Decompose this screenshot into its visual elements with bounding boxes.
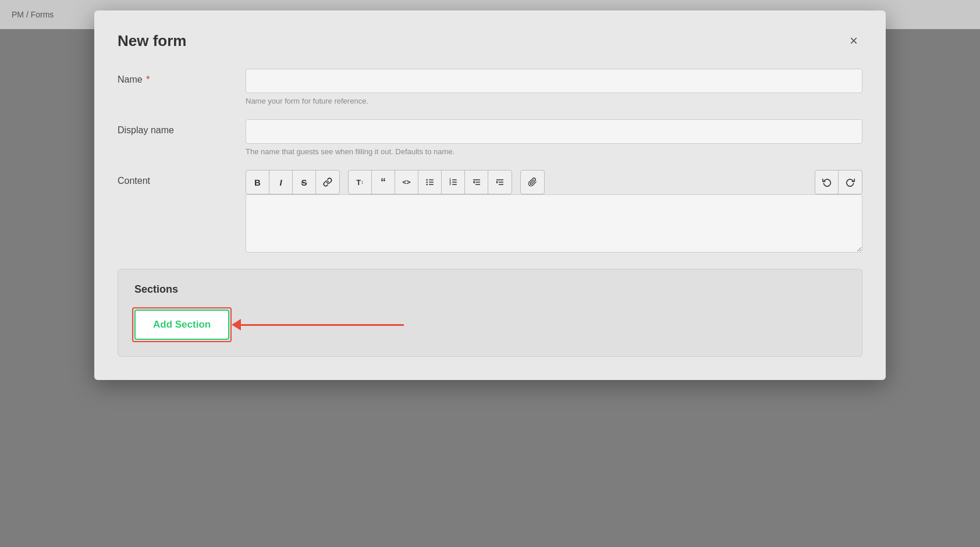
add-section-button[interactable]: Add Section	[134, 310, 229, 340]
close-button[interactable]: ×	[845, 31, 862, 50]
strikethrough-btn[interactable]: S	[293, 171, 316, 194]
indent-btn[interactable]	[488, 171, 512, 194]
name-input[interactable]	[246, 69, 862, 93]
sections-title: Sections	[134, 283, 846, 296]
add-section-area: Add Section	[134, 310, 229, 340]
svg-point-3	[426, 179, 428, 181]
svg-rect-7	[452, 182, 457, 182]
name-field-row: Name * Name your form for future referen…	[118, 69, 862, 105]
name-label: Name *	[118, 69, 246, 85]
modal-overlay: PM / Forms New form × Name * Name your f…	[0, 0, 980, 547]
blockquote-btn[interactable]: “	[372, 171, 395, 194]
new-form-modal: New form × Name * Name your form for fut…	[94, 10, 886, 380]
svg-rect-6	[452, 179, 457, 180]
content-field-row: Content B I S T↕	[118, 170, 862, 255]
svg-point-5	[426, 184, 428, 186]
content-label: Content	[118, 170, 246, 186]
name-hint: Name your form for future reference.	[246, 97, 862, 105]
content-editor-wrap: B I S T↕ “ <>	[246, 170, 862, 255]
svg-rect-1	[429, 182, 434, 182]
arrow-head	[232, 319, 241, 331]
svg-rect-2	[429, 184, 434, 184]
attachment-group	[520, 170, 545, 194]
display-name-field-row: Display name The name that guests see wh…	[118, 119, 862, 156]
sections-box: Sections Add Section	[118, 269, 862, 357]
attach-btn[interactable]	[521, 171, 544, 194]
svg-text:3: 3	[449, 183, 451, 186]
formatting-group: B I S	[246, 170, 340, 194]
display-name-field-wrap: The name that guests see when filling it…	[246, 119, 862, 156]
arrow-annotation	[232, 319, 404, 331]
outdent-btn[interactable]	[465, 171, 488, 194]
link-btn[interactable]	[316, 171, 339, 194]
display-name-input[interactable]	[246, 119, 862, 144]
code-btn[interactable]: <>	[395, 171, 418, 194]
content-toolbar: B I S T↕ “ <>	[246, 170, 862, 194]
redo-btn[interactable]	[839, 171, 862, 194]
breadcrumb: PM / Forms	[12, 10, 54, 19]
arrow-line	[241, 324, 404, 326]
display-name-label: Display name	[118, 119, 246, 136]
required-indicator: *	[144, 74, 150, 84]
italic-btn[interactable]: I	[269, 171, 293, 194]
ordered-list-btn[interactable]: 123	[442, 171, 465, 194]
bold-btn[interactable]: B	[246, 171, 269, 194]
text-options-group: T↕ “ <> 123	[348, 170, 512, 194]
text-size-btn[interactable]: T↕	[349, 171, 372, 194]
svg-rect-0	[429, 179, 434, 180]
history-group	[815, 170, 862, 194]
svg-point-4	[426, 182, 428, 183]
modal-title: New form	[118, 32, 186, 50]
modal-header: New form ×	[118, 31, 862, 50]
svg-rect-8	[452, 184, 457, 184]
name-field-wrap: Name your form for future reference.	[246, 69, 862, 105]
bullet-list-btn[interactable]	[418, 171, 442, 194]
content-editor[interactable]	[246, 194, 862, 253]
display-name-hint: The name that guests see when filling it…	[246, 147, 862, 156]
undo-btn[interactable]	[815, 171, 839, 194]
